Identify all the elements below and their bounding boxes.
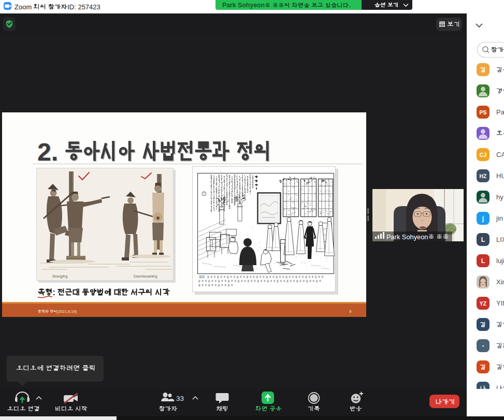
svg-text:(2021.8.19): (2021.8.19) [57,309,77,314]
svg-text:j: j [482,215,484,222]
svg-text:LIX: LIX [496,236,504,243]
svg-text:Pa: Pa [496,108,504,116]
svg-text:.: . [349,2,350,9]
svg-text:L: L [481,236,485,243]
svg-text:luji: luji [496,257,504,265]
svg-text:Strangling: Strangling [52,274,68,279]
svg-text:HZ: HZ [480,173,487,179]
svg-text:Park Sohyeon: Park Sohyeon [386,233,428,241]
svg-text:9: 9 [349,309,352,314]
svg-text:Park Sohyeon: Park Sohyeon [222,2,265,9]
svg-text:PS: PS [480,109,487,115]
svg-text:jin: jin [496,214,503,222]
svg-text:Disembowelling: Disembowelling [134,274,157,279]
svg-text:hy: hy [496,193,503,201]
svg-text:YIN: YIN [496,299,504,307]
svg-text:-: - [482,342,484,350]
svg-text:CJ: CJ [480,152,487,158]
svg-text:CA: CA [496,151,504,158]
svg-text:YZ: YZ [480,300,487,307]
svg-text:2.: 2. [37,138,58,166]
svg-text:HU: HU [496,172,504,180]
svg-text:Xin: Xin [496,278,504,286]
svg-text:323: 323 [199,275,205,279]
svg-text:Zoom: Zoom [15,3,32,11]
svg-text:L: L [481,257,485,265]
svg-text:ID: 257423: ID: 257423 [67,3,100,11]
svg-text::: : [52,288,55,297]
svg-text:33: 33 [176,395,184,402]
